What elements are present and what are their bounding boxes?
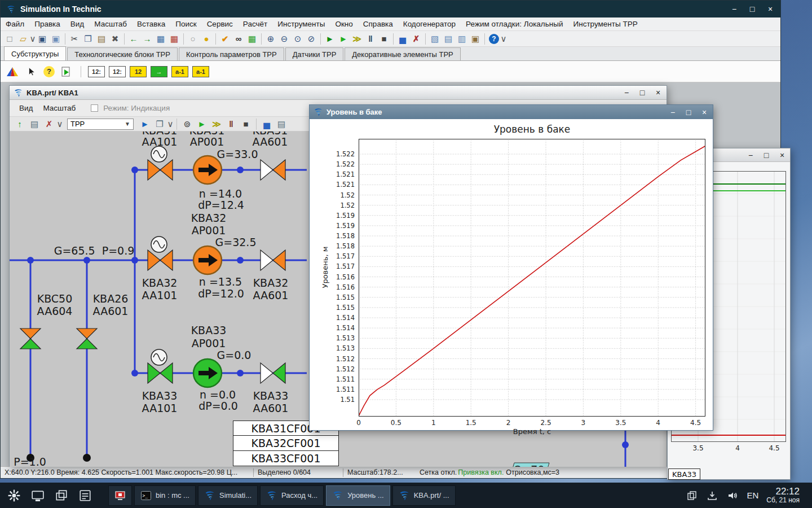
task-flow-plot[interactable]: Расход ч...: [260, 485, 324, 506]
tools-icon[interactable]: ✗: [42, 118, 56, 130]
menu-item[interactable]: Инструменты ТРР: [568, 17, 642, 31]
up-level-icon[interactable]: ↑: [13, 118, 27, 130]
paste-icon[interactable]: ▤: [95, 33, 108, 45]
task-simintech[interactable]: Simulati...: [198, 485, 258, 506]
cut-icon[interactable]: ✂: [68, 33, 81, 45]
menu-item[interactable]: Режим отладки: Локальный: [461, 17, 568, 31]
zoom-fit-icon[interactable]: ⊘: [304, 33, 318, 45]
desktop-pager-icon[interactable]: [27, 485, 48, 506]
save-icon[interactable]: ▣: [36, 33, 49, 45]
block-int-2[interactable]: 12:: [109, 66, 126, 77]
menu-item[interactable]: Инструменты: [272, 17, 330, 31]
zoom-100-icon[interactable]: ⊙: [291, 33, 304, 45]
menu-item[interactable]: Кодогенератор: [398, 17, 461, 31]
menu-item[interactable]: Справка: [358, 17, 398, 31]
save-all-icon[interactable]: ▣: [49, 33, 63, 45]
init-run-icon[interactable]: ►: [323, 33, 337, 45]
menu-item[interactable]: Расчёт: [238, 17, 272, 31]
block-const-yellow[interactable]: 12: [130, 66, 147, 77]
mode-checkbox[interactable]: [91, 104, 98, 112]
report-list-icon[interactable]: ▤: [275, 118, 288, 130]
menu-item[interactable]: Поиск: [170, 17, 201, 31]
maximize-button[interactable]: □: [684, 108, 693, 117]
task-project-window[interactable]: [108, 485, 132, 506]
charts-icon[interactable]: ▅: [260, 118, 273, 130]
block-int-1[interactable]: 12:: [88, 66, 105, 77]
run-blue-icon[interactable]: ►: [138, 118, 152, 130]
minimize-button[interactable]: −: [668, 108, 677, 117]
lamp-on-icon[interactable]: ●: [200, 33, 213, 45]
open-caret-icon[interactable]: ∨: [30, 33, 36, 45]
menu-item[interactable]: Окно: [330, 17, 358, 31]
close-button[interactable]: ×: [778, 151, 787, 160]
clipboard-tray-icon[interactable]: [686, 489, 698, 502]
minimize-button[interactable]: −: [622, 88, 631, 97]
help-caret-icon[interactable]: ∨: [501, 33, 506, 45]
open-windows-icon[interactable]: [51, 485, 72, 506]
blocks-icon[interactable]: ▦: [167, 33, 181, 45]
redo-icon[interactable]: →: [140, 33, 154, 45]
app-launcher-icon[interactable]: [3, 485, 25, 506]
close-button[interactable]: ×: [766, 5, 775, 14]
report-icon[interactable]: ▤: [28, 118, 41, 130]
chart-edit-icon[interactable]: ▧: [428, 33, 442, 45]
step-icon[interactable]: ≫: [210, 118, 223, 130]
new-file-icon[interactable]: □: [3, 33, 16, 45]
menu-item[interactable]: Файл: [1, 17, 29, 31]
table-row[interactable]: KBA33CF001: [233, 451, 339, 466]
menu-item[interactable]: Масштаб: [89, 17, 132, 31]
maximize-button[interactable]: □: [762, 151, 771, 160]
run-submodel-icon[interactable]: [59, 65, 74, 78]
text-block-icon[interactable]: ▤: [442, 33, 455, 45]
scheme-tree-icon[interactable]: ▦: [154, 33, 167, 45]
download-tray-icon[interactable]: [706, 489, 718, 502]
main-titlebar[interactable]: Simulation In Technic − □ ×: [1, 1, 780, 17]
block-a1-1[interactable]: a-1: [171, 66, 188, 77]
close-button[interactable]: ×: [700, 108, 709, 117]
menu-item[interactable]: Масштаб: [38, 102, 81, 115]
task-terminal[interactable]: >_bin : mc ...: [134, 485, 196, 506]
binoculars-icon[interactable]: ∞: [232, 33, 245, 45]
menu-item[interactable]: Сервис: [202, 17, 238, 31]
table-row[interactable]: KBA32CF001: [233, 436, 339, 451]
clock-icon[interactable]: ⊚: [180, 118, 194, 130]
layers-caret-icon[interactable]: ∨: [167, 118, 173, 130]
prism-icon[interactable]: [5, 65, 20, 78]
zoom-out-icon[interactable]: ⊖: [277, 33, 291, 45]
schematic-titlebar[interactable]: KBA.prt/ KBA1 − □ ×: [10, 86, 667, 100]
tab-active[interactable]: Субструктуры: [4, 46, 66, 60]
run-icon[interactable]: ►: [195, 118, 209, 130]
charts-icon[interactable]: ▅: [396, 33, 409, 45]
delete-icon[interactable]: ✖: [108, 33, 122, 45]
menu-item[interactable]: Правка: [29, 17, 65, 31]
tab-inactive[interactable]: Декоративные элементы ТРР: [345, 47, 460, 60]
pause-icon[interactable]: ‖: [364, 33, 377, 45]
help-icon[interactable]: ?: [489, 34, 499, 44]
keyboard-layout[interactable]: EN: [747, 491, 758, 500]
menu-item[interactable]: Вид: [14, 102, 38, 115]
image-icon[interactable]: ▣: [469, 33, 482, 45]
minimize-button[interactable]: −: [730, 5, 739, 14]
layers-icon[interactable]: ❐: [153, 118, 166, 130]
task-level-plot[interactable]: Уровень ...: [326, 485, 390, 506]
task-kba-schematic[interactable]: KBA.prt/ ...: [392, 485, 456, 506]
status-snap[interactable]: Привязка вкл.: [457, 468, 505, 476]
tools-icon[interactable]: ✗: [409, 33, 423, 45]
block-arrow-green[interactable]: →: [151, 66, 167, 77]
layer-combobox[interactable]: ТРР ▼: [67, 119, 134, 130]
undo-icon[interactable]: ←: [127, 33, 140, 45]
tab-inactive[interactable]: Технологические блоки ТРР: [67, 47, 178, 60]
copy-icon[interactable]: ❐: [81, 33, 95, 45]
block-a1-2[interactable]: a-1: [192, 66, 209, 77]
clock[interactable]: 22:12 Сб, 21 ноя: [766, 486, 803, 505]
zoom-in-icon[interactable]: ⊕: [264, 33, 277, 45]
status-grid[interactable]: Сетка откл.: [416, 468, 457, 476]
tools-caret-icon[interactable]: ∨: [57, 118, 63, 130]
maximize-button[interactable]: □: [748, 5, 757, 14]
open-file-icon[interactable]: ▱: [16, 33, 30, 45]
menu-item[interactable]: Вид: [65, 17, 89, 31]
step-icon[interactable]: ≫: [350, 33, 364, 45]
volume-icon[interactable]: [726, 489, 739, 502]
level-plot-titlebar[interactable]: Уровень в баке − □ ×: [310, 105, 713, 119]
grid-green-icon[interactable]: ▦: [245, 33, 259, 45]
